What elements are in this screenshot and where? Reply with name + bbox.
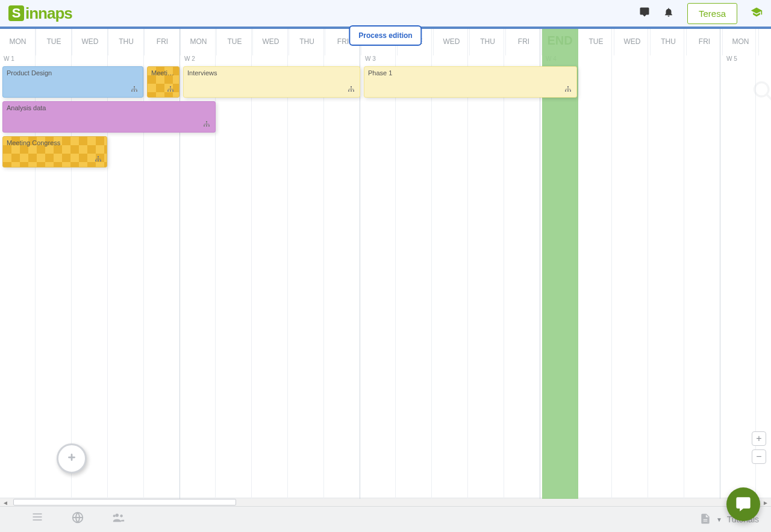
svg-rect-2 xyxy=(134,86,135,87)
user-menu-button[interactable]: Teresa xyxy=(687,3,737,24)
zoom-controls: + − xyxy=(752,431,766,464)
sitemap-icon[interactable] xyxy=(131,86,138,95)
svg-rect-10 xyxy=(351,86,352,87)
task-bar[interactable]: Analysis data xyxy=(2,101,216,133)
sitemap-icon[interactable] xyxy=(203,120,210,130)
grid-column xyxy=(179,29,216,499)
brand-logo[interactable]: S innaps xyxy=(8,4,72,23)
intercom-chat-button[interactable] xyxy=(726,487,760,521)
bell-icon[interactable] xyxy=(663,7,674,20)
horizontal-scrollbar[interactable]: ◄ ► xyxy=(0,498,771,506)
task-label: Interviews xyxy=(187,69,217,77)
grid-column xyxy=(684,29,720,499)
svg-rect-8 xyxy=(170,90,171,92)
grid-column xyxy=(108,29,144,499)
grid-column xyxy=(504,29,540,499)
grid-column xyxy=(288,29,324,499)
svg-rect-3 xyxy=(131,90,133,92)
end-marker-column xyxy=(542,29,578,499)
sitemap-icon[interactable] xyxy=(167,86,174,95)
grid-column xyxy=(324,29,360,499)
grid-column xyxy=(0,29,36,499)
svg-point-32 xyxy=(120,515,122,517)
logo-text: innaps xyxy=(25,4,72,23)
svg-rect-13 xyxy=(353,90,354,92)
zoom-out-button[interactable]: − xyxy=(752,449,766,464)
svg-rect-6 xyxy=(170,86,171,87)
grid-column xyxy=(252,29,288,499)
timeline-area: MONTUEWEDTHUFRIMONTUEWEDTHUFRIMONTUEWEDT… xyxy=(0,29,771,506)
svg-rect-9 xyxy=(172,90,173,92)
task-label: Phase 1 xyxy=(368,69,392,77)
svg-rect-28 xyxy=(33,516,42,518)
task-bar[interactable]: Phase 1 xyxy=(364,66,577,98)
users-icon[interactable] xyxy=(111,511,126,528)
task-bar[interactable]: Meeting Congress xyxy=(2,136,107,167)
document-icon[interactable] xyxy=(699,512,711,528)
svg-rect-15 xyxy=(565,90,566,92)
task-label: Product Design xyxy=(7,69,52,77)
svg-rect-14 xyxy=(567,86,569,87)
task-label: Meeting Congress xyxy=(7,139,60,146)
globe-icon[interactable] xyxy=(71,511,84,528)
svg-rect-4 xyxy=(134,90,135,92)
search-icon[interactable] xyxy=(751,78,771,105)
svg-rect-23 xyxy=(95,160,96,161)
grid-column xyxy=(360,29,396,499)
svg-point-31 xyxy=(116,514,119,518)
grid-column xyxy=(576,29,612,499)
scrollbar-thumb[interactable] xyxy=(13,499,236,505)
svg-rect-7 xyxy=(167,90,169,92)
task-bar[interactable]: Meeti… xyxy=(147,66,179,98)
timeline-grid xyxy=(0,29,771,499)
svg-rect-18 xyxy=(206,121,207,122)
grid-column xyxy=(72,29,108,499)
svg-rect-5 xyxy=(136,90,137,92)
plus-icon xyxy=(65,449,78,468)
grid-column xyxy=(216,29,252,499)
chat-icon[interactable] xyxy=(639,7,650,20)
task-bar[interactable]: Product Design xyxy=(2,66,143,98)
svg-rect-16 xyxy=(567,90,569,92)
grid-column xyxy=(468,29,504,499)
svg-line-1 xyxy=(767,95,771,99)
process-mode-pill[interactable]: Process edition xyxy=(349,25,422,46)
svg-point-0 xyxy=(755,83,769,96)
svg-rect-17 xyxy=(570,90,571,92)
sitemap-icon[interactable] xyxy=(348,86,355,95)
grid-column xyxy=(144,29,180,499)
chevron-down-icon[interactable]: ▼ xyxy=(716,516,722,523)
svg-rect-27 xyxy=(33,513,42,515)
header-actions: Teresa xyxy=(639,3,763,24)
svg-rect-22 xyxy=(98,156,99,157)
grid-column xyxy=(612,29,648,499)
svg-rect-25 xyxy=(100,160,101,161)
task-label: Meeti… xyxy=(151,69,174,77)
footer-left-icons xyxy=(30,511,126,528)
grid-column xyxy=(396,29,432,499)
grid-column xyxy=(648,29,684,499)
svg-rect-20 xyxy=(206,125,207,127)
svg-rect-19 xyxy=(204,125,205,127)
graduation-cap-icon[interactable] xyxy=(751,6,763,21)
sitemap-icon[interactable] xyxy=(95,155,102,164)
task-bar[interactable]: Interviews xyxy=(183,66,360,98)
app-header: S innaps Teresa xyxy=(0,0,771,27)
task-label: Analysis data xyxy=(7,104,46,111)
svg-rect-12 xyxy=(351,90,352,92)
sitemap-icon[interactable] xyxy=(564,86,572,95)
grid-column xyxy=(36,29,72,499)
grid-column xyxy=(432,29,468,499)
svg-rect-21 xyxy=(208,125,210,127)
svg-rect-11 xyxy=(348,90,349,92)
list-icon[interactable] xyxy=(30,511,45,528)
zoom-in-button[interactable]: + xyxy=(752,431,766,446)
add-task-button[interactable] xyxy=(57,443,87,474)
scroll-right-arrow-icon[interactable]: ► xyxy=(761,498,770,507)
svg-rect-29 xyxy=(33,519,42,521)
logo-badge-icon: S xyxy=(8,5,24,21)
svg-rect-24 xyxy=(98,160,99,161)
app-footer: ▼ Tutorials xyxy=(0,506,771,532)
scroll-left-arrow-icon[interactable]: ◄ xyxy=(1,498,10,507)
svg-point-33 xyxy=(113,515,116,517)
